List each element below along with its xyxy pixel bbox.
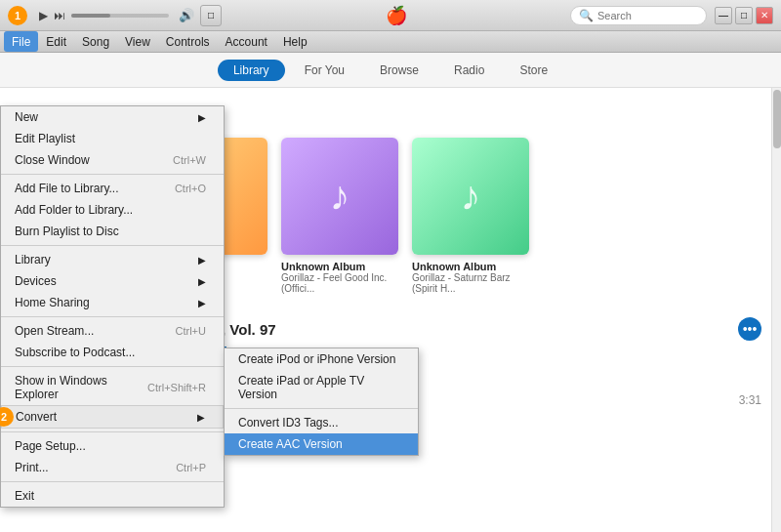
library-arrow-icon: ▶ xyxy=(198,255,206,266)
menu-controls[interactable]: Controls xyxy=(158,31,218,52)
menu-page-setup[interactable]: Page Setup... xyxy=(1,435,224,457)
menu-subscribe-podcast[interactable]: Subscribe to Podcast... xyxy=(1,342,224,363)
tab-library[interactable]: Library xyxy=(218,60,285,81)
submenu-aac[interactable]: Create AAC Version xyxy=(225,433,418,455)
progress-bar[interactable] xyxy=(71,14,169,18)
menu-song[interactable]: Song xyxy=(74,31,117,52)
more-button[interactable]: ••• xyxy=(738,317,761,341)
convert-submenu: Create iPod or iPhone Version Create iPa… xyxy=(224,348,419,456)
track-duration: 3:31 xyxy=(739,393,761,407)
menu-close-window[interactable]: Close Window Ctrl+W xyxy=(1,149,224,171)
menu-library[interactable]: Library ▶ xyxy=(1,249,224,270)
transport-controls: ▶ ⏭ 🔊 □ xyxy=(39,5,222,26)
maximize-button[interactable]: □ xyxy=(735,7,753,24)
title-bar: 1 ▶ ⏭ 🔊 □ 🍎 🔍 — □ ✕ xyxy=(0,0,781,31)
menu-new[interactable]: New ▶ xyxy=(1,106,224,128)
album-art-2: ♪ xyxy=(281,138,398,255)
sep-4 xyxy=(1,366,224,367)
submenu-ipod[interactable]: Create iPod or iPhone Version xyxy=(225,348,418,370)
volume-icon: 🔊 xyxy=(179,8,194,22)
menu-show-explorer[interactable]: Show in Windows Explorer Ctrl+Shift+R xyxy=(1,370,224,405)
album-title-2: Unknown Album xyxy=(281,261,398,272)
progress-fill xyxy=(71,14,110,18)
sep-5 xyxy=(1,431,224,432)
menu-exit[interactable]: Exit xyxy=(1,485,224,507)
skip-button[interactable]: ⏭ xyxy=(54,9,65,22)
play-button[interactable]: ▶ xyxy=(39,9,48,22)
scrollbar-thumb[interactable] xyxy=(773,90,781,148)
menu-file[interactable]: File xyxy=(4,31,38,52)
music-note-icon-2: ♪ xyxy=(330,173,350,220)
album-card-3[interactable]: ♪ Unknown Album Gorillaz - Saturnz Barz … xyxy=(412,138,529,294)
submenu-id3[interactable]: Convert ID3 Tags... xyxy=(225,412,418,433)
minimize-button[interactable]: — xyxy=(715,7,732,24)
devices-arrow-icon: ▶ xyxy=(198,276,206,287)
sep-1 xyxy=(1,174,224,175)
album-sub-3: Gorillaz - Saturnz Barz (Spirit H... xyxy=(412,272,529,294)
album-art-3: ♪ xyxy=(412,138,529,255)
sep-6 xyxy=(1,481,224,482)
close-button[interactable]: ✕ xyxy=(756,7,773,24)
submenu-sep xyxy=(225,408,418,409)
music-note-icon-3: ♪ xyxy=(461,173,481,220)
tab-store[interactable]: Store xyxy=(504,60,563,81)
album-card-2[interactable]: ♪ Unknown Album Gorillaz - Feel Good Inc… xyxy=(281,138,398,294)
search-input[interactable] xyxy=(597,10,698,21)
tab-for-you[interactable]: For You xyxy=(289,60,360,81)
submenu-ipad[interactable]: Create iPad or Apple TV Version xyxy=(225,370,418,405)
menu-edit-playlist[interactable]: Edit Playlist xyxy=(1,128,224,149)
menu-add-folder[interactable]: Add Folder to Library... xyxy=(1,199,224,221)
search-icon: 🔍 xyxy=(579,9,594,22)
file-menu-dropdown: New ▶ Edit Playlist Close Window Ctrl+W … xyxy=(0,105,225,508)
main-content: Library For You Browse Radio Store ◀ Mon… xyxy=(0,53,781,532)
menu-burn-playlist[interactable]: Burn Playlist to Disc xyxy=(1,221,224,242)
menu-help[interactable]: Help xyxy=(275,31,315,52)
arrow-icon: ▶ xyxy=(198,112,206,123)
scrollbar[interactable] xyxy=(771,88,781,532)
menu-print[interactable]: Print... Ctrl+P xyxy=(1,457,224,478)
menu-open-stream[interactable]: Open Stream... Ctrl+U xyxy=(1,320,224,342)
home-sharing-arrow-icon: ▶ xyxy=(198,298,206,308)
search-box[interactable]: 🔍 xyxy=(570,6,707,25)
album-title-3: Unknown Album xyxy=(412,261,529,272)
window-controls: 1 xyxy=(8,6,27,25)
convert-arrow-icon: ▶ xyxy=(197,412,205,423)
sep-3 xyxy=(1,316,224,317)
menu-convert[interactable]: Convert 2 ▶ xyxy=(1,405,224,429)
menu-bar: File Edit Song View Controls Account Hel… xyxy=(0,31,781,53)
tab-radio[interactable]: Radio xyxy=(438,60,500,81)
win-controls: — □ ✕ xyxy=(715,7,773,24)
menu-edit[interactable]: Edit xyxy=(38,31,74,52)
display-button[interactable]: □ xyxy=(200,5,222,26)
sep-2 xyxy=(1,245,224,246)
apple-logo: 🍎 xyxy=(229,5,562,26)
menu-home-sharing[interactable]: Home Sharing ▶ xyxy=(1,292,224,313)
menu-devices[interactable]: Devices ▶ xyxy=(1,270,224,292)
tab-browse[interactable]: Browse xyxy=(364,60,434,81)
step-badge-1: 1 xyxy=(8,6,27,25)
menu-account[interactable]: Account xyxy=(218,31,275,52)
album-sub-2: Gorillaz - Feel Good Inc. (Offici... xyxy=(281,272,398,294)
step-badge-2: 2 xyxy=(0,407,14,427)
menu-add-file[interactable]: Add File to Library... Ctrl+O xyxy=(1,178,224,199)
menu-view[interactable]: View xyxy=(117,31,158,52)
nav-tabs: Library For You Browse Radio Store xyxy=(0,53,781,88)
